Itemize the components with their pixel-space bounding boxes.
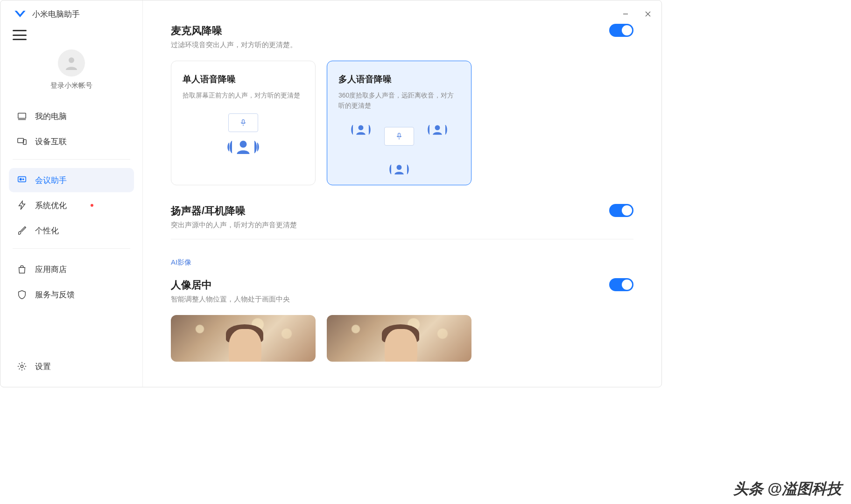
sidebar-item-service-feedback[interactable]: 服务与反馈 xyxy=(9,282,134,307)
sidebar-item-label: 会议助手 xyxy=(35,175,67,186)
divider xyxy=(13,248,130,249)
mic-mode-cards: 单人语音降噪 拾取屏幕正前方的人声，对方听的更清楚 多人语音降噪 360度 xyxy=(171,61,633,185)
svg-point-14 xyxy=(240,141,247,148)
card-description: 拾取屏幕正前方的人声，对方听的更清楚 xyxy=(183,90,304,100)
sidebar-item-system-optimize[interactable]: 系统优化 xyxy=(9,193,134,217)
app-title: 小米电脑助手 xyxy=(32,9,80,20)
svg-point-9 xyxy=(20,178,21,180)
avatar-icon xyxy=(58,49,85,77)
setting-description: 突出声源中的人声，听对方的声音更清楚 xyxy=(171,221,297,230)
microphone-icon xyxy=(384,127,414,146)
portrait-preview-before[interactable] xyxy=(171,315,316,362)
sidebar-item-app-store[interactable]: 应用商店 xyxy=(9,257,134,281)
login-label: 登录小米帐号 xyxy=(50,81,92,90)
svg-point-19 xyxy=(397,165,402,170)
computer-icon xyxy=(16,111,28,122)
setting-description: 智能调整人物位置，人物处于画面中央 xyxy=(171,295,290,304)
shopping-bag-icon xyxy=(16,264,28,275)
shield-icon xyxy=(16,289,28,300)
svg-rect-12 xyxy=(242,120,245,124)
portrait-preview-cards xyxy=(171,315,633,362)
svg-point-18 xyxy=(435,126,440,131)
sidebar-item-label: 应用商店 xyxy=(35,264,67,275)
portrait-center-setting: 人像居中 智能调整人物位置，人物处于画面中央 xyxy=(171,278,633,304)
svg-rect-8 xyxy=(18,177,26,182)
brush-icon xyxy=(16,225,28,236)
multi-voice-illustration xyxy=(338,115,460,175)
menu-button[interactable] xyxy=(13,30,27,40)
card-description: 360度拾取多人声音，远距离收音，对方听的更清楚 xyxy=(338,90,460,111)
sidebar-item-label: 设置 xyxy=(35,361,51,372)
divider xyxy=(171,239,633,239)
sidebar-item-settings[interactable]: 设置 xyxy=(9,354,134,378)
sidebar-item-meeting-assistant[interactable]: 会议助手 xyxy=(9,168,134,192)
svg-point-11 xyxy=(21,365,23,368)
person-icon xyxy=(425,124,450,136)
portrait-center-toggle[interactable] xyxy=(609,278,633,291)
setting-description: 过滤环境音突出人声，对方听的更清楚。 xyxy=(171,41,297,49)
mic-noise-toggle[interactable] xyxy=(609,24,633,37)
app-window: 小米电脑助手 登录小米帐号 我的电脑 设备互联 会议助手 系统优化 xyxy=(0,0,662,387)
svg-point-10 xyxy=(23,179,24,180)
svg-rect-6 xyxy=(18,139,24,143)
sidebar-item-label: 设备互联 xyxy=(35,136,67,147)
speaker-noise-toggle[interactable] xyxy=(609,204,633,217)
brand: 小米电脑助手 xyxy=(9,7,134,21)
speaker-noise-setting: 扬声器/耳机降噪 突出声源中的人声，听对方的声音更清楚 xyxy=(171,204,633,230)
ai-section-label: AI影像 xyxy=(171,258,633,267)
sidebar-item-label: 系统优化 xyxy=(35,200,67,211)
multi-voice-card[interactable]: 多人语音降噪 360度拾取多人声音，远距离收音，对方听的更清楚 xyxy=(327,61,471,185)
single-voice-illustration xyxy=(183,104,304,165)
person-icon xyxy=(225,139,261,155)
person-icon xyxy=(348,124,373,136)
sidebar: 小米电脑助手 登录小米帐号 我的电脑 设备互联 会议助手 系统优化 xyxy=(0,0,143,387)
close-button[interactable] xyxy=(644,10,652,18)
single-voice-card[interactable]: 单人语音降噪 拾取屏幕正前方的人声，对方听的更清楚 xyxy=(171,61,316,185)
mic-noise-setting: 麦克风降噪 过滤环境音突出人声，对方听的更清楚。 xyxy=(171,24,633,49)
sidebar-item-personalize[interactable]: 个性化 xyxy=(9,218,134,243)
gear-icon xyxy=(16,361,28,372)
app-logo-icon xyxy=(14,7,27,21)
sidebar-item-label: 我的电脑 xyxy=(35,111,67,122)
card-title: 多人语音降噪 xyxy=(338,73,460,85)
sidebar-item-label: 服务与反馈 xyxy=(35,289,75,300)
notification-dot-icon xyxy=(91,204,93,207)
svg-point-3 xyxy=(69,57,74,63)
content: 麦克风降噪 过滤环境音突出人声，对方听的更清楚。 单人语音降噪 拾取屏幕正前方的… xyxy=(143,0,661,387)
svg-rect-4 xyxy=(18,113,26,119)
presentation-icon xyxy=(16,175,28,186)
microphone-icon xyxy=(228,113,258,132)
divider xyxy=(13,159,130,160)
account-section[interactable]: 登录小米帐号 xyxy=(9,49,134,90)
portrait-preview-after[interactable] xyxy=(327,315,471,362)
window-controls xyxy=(621,10,652,18)
lightning-icon xyxy=(16,200,28,211)
sidebar-item-label: 个性化 xyxy=(35,225,59,236)
devices-icon xyxy=(16,136,28,147)
watermark-text: 头条 @溢图科技 xyxy=(733,479,842,499)
svg-rect-15 xyxy=(398,133,401,137)
setting-title: 扬声器/耳机降噪 xyxy=(171,204,297,218)
person-icon xyxy=(387,163,412,175)
svg-point-17 xyxy=(358,126,363,131)
card-title: 单人语音降噪 xyxy=(183,73,304,85)
setting-title: 人像居中 xyxy=(171,278,290,292)
sidebar-item-device-link[interactable]: 设备互联 xyxy=(9,129,134,154)
minimize-button[interactable] xyxy=(621,10,630,18)
sidebar-item-my-computer[interactable]: 我的电脑 xyxy=(9,104,134,128)
sidebar-footer: 设置 xyxy=(9,354,134,378)
setting-title: 麦克风降噪 xyxy=(171,24,297,38)
